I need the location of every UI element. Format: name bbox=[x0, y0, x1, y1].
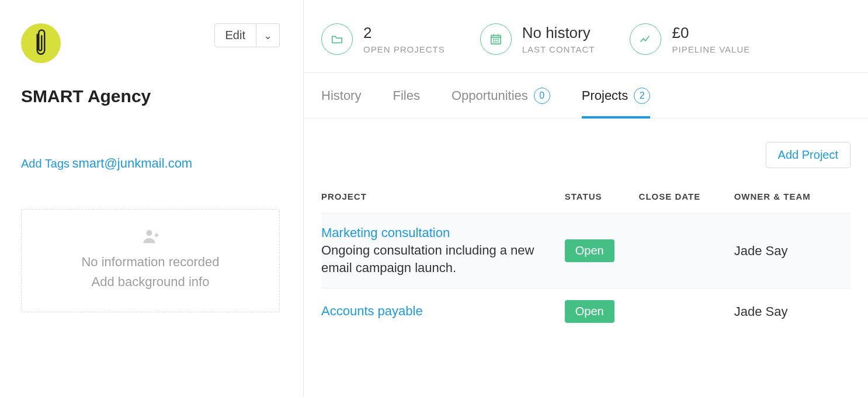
stat-label: LAST CONTACT bbox=[522, 44, 595, 54]
owner: Jade Say bbox=[734, 288, 850, 335]
stat-value: £0 bbox=[672, 24, 750, 42]
avatar bbox=[21, 23, 61, 63]
table-row: Accounts payable Open Jade Say bbox=[321, 288, 850, 335]
owner: Jade Say bbox=[734, 214, 850, 288]
status-badge: Open bbox=[565, 300, 614, 323]
calendar-icon bbox=[480, 23, 512, 55]
status-badge: Open bbox=[565, 239, 614, 262]
edit-button-group: Edit ⌄ bbox=[214, 23, 280, 47]
paperclip-icon bbox=[32, 29, 50, 58]
stats-row: 2 OPEN PROJECTS No history LAST CONTACT bbox=[304, 0, 868, 73]
svg-point-4 bbox=[498, 39, 498, 40]
svg-point-3 bbox=[495, 39, 496, 40]
tab-badge: 2 bbox=[634, 88, 650, 104]
svg-point-5 bbox=[494, 41, 494, 42]
tab-badge: 0 bbox=[534, 88, 550, 104]
main: 2 OPEN PROJECTS No history LAST CONTACT bbox=[304, 0, 868, 397]
table-row: Marketing consultation Ongoing consultat… bbox=[321, 214, 850, 288]
project-name-link[interactable]: Accounts payable bbox=[321, 304, 558, 319]
sidebar: Edit ⌄ SMART Agency Add Tags smart@junkm… bbox=[0, 0, 304, 397]
stat-value: No history bbox=[522, 24, 595, 42]
chart-line-icon bbox=[630, 23, 661, 55]
tab-files[interactable]: Files bbox=[393, 73, 419, 118]
tab-projects[interactable]: Projects 2 bbox=[582, 73, 650, 118]
col-status: STATUS bbox=[565, 191, 639, 214]
stat-last-contact: No history LAST CONTACT bbox=[480, 23, 595, 55]
col-owner: OWNER & TEAM bbox=[734, 191, 850, 214]
sidebar-top: Edit ⌄ bbox=[21, 23, 280, 63]
svg-point-0 bbox=[146, 230, 152, 236]
tab-label: Projects bbox=[582, 88, 628, 103]
folder-icon bbox=[321, 23, 353, 55]
email-link[interactable]: smart@junkmail.com bbox=[72, 156, 192, 171]
tabs: History Files Opportunities 0 Projects 2 bbox=[304, 73, 868, 119]
tab-label: Opportunities bbox=[452, 88, 528, 103]
stat-label: PIPELINE VALUE bbox=[672, 44, 750, 54]
page-title: SMART Agency bbox=[21, 86, 280, 106]
tab-opportunities[interactable]: Opportunities 0 bbox=[452, 73, 550, 118]
add-project-button[interactable]: Add Project bbox=[766, 142, 850, 168]
stat-pipeline: £0 PIPELINE VALUE bbox=[630, 23, 750, 55]
no-info-text: No information recorded bbox=[33, 255, 268, 270]
svg-point-6 bbox=[495, 41, 496, 42]
stat-label: OPEN PROJECTS bbox=[363, 44, 445, 54]
close-date bbox=[639, 214, 734, 288]
col-project: PROJECT bbox=[321, 191, 565, 214]
stat-value: 2 bbox=[363, 24, 445, 42]
stat-open-projects: 2 OPEN PROJECTS bbox=[321, 23, 445, 55]
projects-table: PROJECT STATUS CLOSE DATE OWNER & TEAM M… bbox=[321, 191, 850, 335]
svg-point-7 bbox=[498, 41, 498, 42]
tab-history[interactable]: History bbox=[321, 73, 361, 118]
col-close-date: CLOSE DATE bbox=[639, 191, 734, 214]
close-date bbox=[639, 288, 734, 335]
chevron-down-icon: ⌄ bbox=[263, 29, 272, 42]
edit-dropdown-button[interactable]: ⌄ bbox=[256, 23, 280, 47]
background-info-card: No information recorded Add background i… bbox=[21, 209, 280, 312]
project-description: Ongoing consultation including a new ema… bbox=[321, 242, 558, 276]
add-background-info-link[interactable]: Add background info bbox=[33, 274, 268, 290]
projects-panel: Add Project PROJECT STATUS CLOSE DATE OW… bbox=[304, 119, 868, 397]
edit-button[interactable]: Edit bbox=[214, 23, 256, 47]
project-name-link[interactable]: Marketing consultation bbox=[321, 225, 558, 241]
add-tags-link[interactable]: Add Tags bbox=[21, 157, 70, 170]
add-contact-icon bbox=[33, 227, 268, 249]
svg-point-2 bbox=[494, 39, 494, 40]
